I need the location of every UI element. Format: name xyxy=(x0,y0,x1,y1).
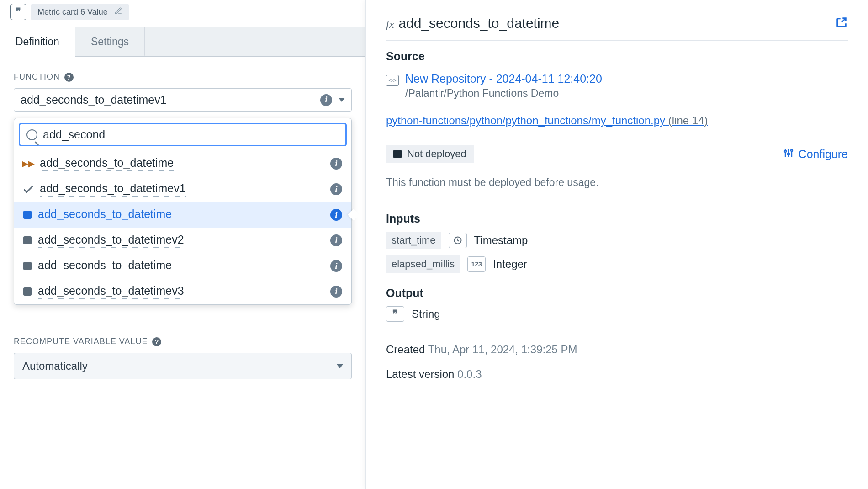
recompute-label: RECOMPUTE VARIABLE VALUE ? xyxy=(14,337,352,346)
recompute-value: Automatically xyxy=(22,360,88,372)
breadcrumb: ❞ Metric card 6 Value xyxy=(0,0,365,24)
recompute-select[interactable]: Automatically xyxy=(14,353,352,379)
timestamp-icon xyxy=(449,233,467,248)
info-icon[interactable]: i xyxy=(330,286,342,298)
deploy-status: Not deployed xyxy=(386,145,474,163)
info-icon[interactable]: i xyxy=(330,183,342,195)
help-icon[interactable]: ? xyxy=(64,73,74,82)
option-label: add_seconds_to_datetimev2 xyxy=(38,233,184,248)
function-option[interactable]: add_seconds_to_datetimev2i xyxy=(14,228,351,253)
detail-title: fx add_seconds_to_datetime xyxy=(386,16,559,31)
stop-icon xyxy=(23,262,32,270)
function-option[interactable]: add_seconds_to_datetimev1i xyxy=(14,176,351,202)
file-link[interactable]: python-functions/python/python_functions… xyxy=(386,114,848,127)
check-icon xyxy=(23,188,33,191)
function-option[interactable]: add_seconds_to_datetimev3i xyxy=(14,279,351,304)
output-type: String xyxy=(412,308,440,320)
chevron-down-icon xyxy=(339,98,345,102)
repository-icon: <·> xyxy=(386,75,399,86)
function-search-input[interactable] xyxy=(43,128,339,141)
tab-settings[interactable]: Settings xyxy=(75,27,145,56)
search-icon xyxy=(26,129,37,140)
fast-forward-icon: ▶▶ xyxy=(23,159,33,169)
created-row: Created Thu, Apr 11, 2024, 1:39:25 PM xyxy=(386,343,848,356)
stop-icon xyxy=(23,236,32,244)
sliders-icon xyxy=(783,147,794,161)
repository-link[interactable]: New Repository - 2024-04-11 12:40:20 xyxy=(405,72,602,85)
inputs-heading: Inputs xyxy=(386,212,848,225)
help-icon[interactable]: ? xyxy=(152,337,161,346)
function-option[interactable]: add_seconds_to_datetimei xyxy=(14,202,351,228)
tab-definition[interactable]: Definition xyxy=(0,27,75,57)
info-icon[interactable]: i xyxy=(330,209,342,221)
input-name: elapsed_millis xyxy=(386,255,460,273)
output-heading: Output xyxy=(386,287,848,300)
repository-path: /Palantir/Python Functions Demo xyxy=(405,87,602,100)
function-option[interactable]: add_seconds_to_datetimei xyxy=(14,253,351,279)
option-label: add_seconds_to_datetimev1 xyxy=(40,182,186,197)
function-select[interactable]: add_seconds_to_datetimev1 i xyxy=(14,88,352,112)
string-icon: ❞ xyxy=(386,306,404,322)
quote-icon: ❞ xyxy=(10,4,26,20)
svg-point-4 xyxy=(788,153,789,155)
tabs: Definition Settings xyxy=(0,27,365,57)
function-label: FUNCTION ? xyxy=(14,72,352,82)
edit-icon[interactable] xyxy=(114,7,122,17)
option-label: add_seconds_to_datetime xyxy=(38,207,172,222)
svg-point-3 xyxy=(784,150,786,152)
integer-icon: 123 xyxy=(467,256,486,272)
input-row: elapsed_millis123Integer xyxy=(386,255,848,273)
source-heading: Source xyxy=(386,50,848,63)
option-label: add_seconds_to_datetime xyxy=(40,156,174,171)
function-search-row xyxy=(19,123,347,146)
configure-button[interactable]: Configure xyxy=(783,147,848,161)
version-row: Latest version 0.0.3 xyxy=(386,368,848,381)
input-type: Timestamp xyxy=(474,234,528,247)
stop-icon xyxy=(23,211,32,219)
deploy-note: This function must be deployed before us… xyxy=(386,176,848,189)
option-label: add_seconds_to_datetime xyxy=(38,259,172,273)
function-options: ▶▶add_seconds_to_datetimeiadd_seconds_to… xyxy=(14,151,351,304)
input-row: start_timeTimestamp xyxy=(386,232,848,249)
function-option[interactable]: ▶▶add_seconds_to_datetimei xyxy=(14,151,351,176)
input-name: start_time xyxy=(386,232,441,249)
chevron-down-icon xyxy=(337,364,343,368)
info-icon[interactable]: i xyxy=(330,260,342,272)
info-icon[interactable]: i xyxy=(330,234,342,246)
info-icon[interactable]: i xyxy=(330,158,342,170)
input-type: Integer xyxy=(493,258,527,271)
info-icon[interactable]: i xyxy=(320,94,332,106)
fx-icon: fx xyxy=(386,18,394,31)
function-search-popover: ▶▶add_seconds_to_datetimeiadd_seconds_to… xyxy=(14,118,352,305)
breadcrumb-chip[interactable]: Metric card 6 Value xyxy=(31,4,129,20)
pop-in-icon[interactable] xyxy=(835,16,848,31)
svg-point-5 xyxy=(791,149,793,151)
function-select-value: add_seconds_to_datetimev1 xyxy=(21,93,167,106)
breadcrumb-title: Metric card 6 Value xyxy=(37,7,108,17)
stop-icon xyxy=(23,287,32,296)
stop-icon xyxy=(393,150,402,158)
option-label: add_seconds_to_datetimev3 xyxy=(38,284,184,299)
